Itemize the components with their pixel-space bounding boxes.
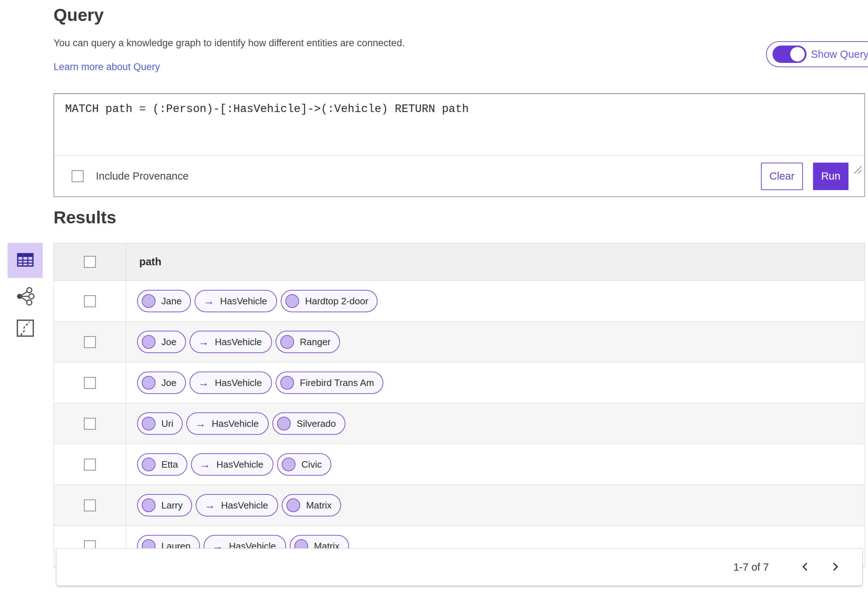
link-chart-view-icon	[15, 286, 35, 308]
entity-label: Joe	[161, 336, 177, 348]
entity-pill[interactable]: Jane	[137, 290, 191, 312]
arrow-icon: →	[203, 296, 214, 306]
run-button[interactable]: Run	[813, 163, 849, 190]
include-provenance-label: Include Provenance	[96, 170, 189, 182]
node-icon	[286, 498, 300, 512]
toggle-switch-icon[interactable]	[772, 46, 806, 63]
clear-button[interactable]: Clear	[761, 163, 803, 190]
node-icon	[142, 458, 155, 471]
query-textarea[interactable]: MATCH path = (:Person)-[:HasVehicle]->(:…	[54, 94, 864, 156]
table-row: Uri →HasVehicle Silverado	[54, 404, 865, 444]
table-row: Joe →HasVehicle Ranger	[54, 322, 865, 362]
show-query-label: Show Query	[811, 49, 868, 60]
relationship-label: HasVehicle	[216, 459, 263, 470]
link-chart-view-button[interactable]	[7, 284, 43, 310]
learn-more-link[interactable]: Learn more about Query	[53, 62, 160, 73]
previous-page-button[interactable]	[797, 559, 813, 575]
node-icon	[282, 458, 295, 471]
relationship-pill[interactable]: →HasVehicle	[189, 331, 272, 353]
include-provenance-checkbox[interactable]	[72, 170, 84, 182]
table-row: Joe →HasVehicle Firebird Trans Am	[54, 362, 865, 404]
entity-pill[interactable]: Hardtop 2-door	[280, 290, 378, 312]
map-view-button[interactable]	[7, 316, 43, 342]
entity-pill[interactable]: Larry	[137, 494, 192, 517]
entity-pill[interactable]: Uri	[137, 412, 183, 435]
relationship-pill[interactable]: →HasVehicle	[195, 290, 277, 312]
arrow-icon: →	[195, 418, 206, 429]
entity-pill[interactable]: Firebird Trans Am	[276, 371, 383, 394]
pagination-bar: 1-7 of 7	[56, 548, 862, 586]
next-page-button[interactable]	[828, 559, 843, 575]
entity-pill[interactable]: Matrix	[282, 494, 341, 517]
node-icon	[142, 335, 155, 349]
node-icon	[277, 417, 291, 430]
header-checkbox-cell	[54, 243, 126, 280]
page-description: You can query a knowledge graph to ident…	[53, 38, 405, 49]
row-checkbox[interactable]	[84, 295, 96, 307]
map-view-icon	[16, 318, 35, 339]
select-all-checkbox[interactable]	[84, 256, 96, 268]
entity-label: Larry	[161, 500, 183, 511]
entity-pill[interactable]: Joe	[137, 331, 186, 353]
entity-pill[interactable]: Civic	[277, 453, 331, 476]
entity-label: Hardtop 2-door	[305, 296, 368, 307]
page-title: Query	[53, 5, 104, 25]
table-row: Etta →HasVehicle Civic	[54, 444, 865, 485]
arrow-icon: →	[198, 377, 209, 388]
entity-pill[interactable]: Etta	[137, 453, 187, 476]
show-query-toggle[interactable]: Show Query	[766, 41, 868, 67]
row-checkbox[interactable]	[84, 459, 96, 471]
column-header-path: path	[139, 256, 161, 268]
entity-label: Silverado	[297, 418, 336, 429]
table-header-row: path	[54, 243, 865, 281]
relationship-label: HasVehicle	[215, 336, 262, 348]
relationship-label: HasVehicle	[221, 500, 268, 511]
header-path-cell: path	[126, 243, 865, 280]
pagination-range-label: 1-7 of 7	[734, 561, 769, 573]
node-icon	[142, 376, 155, 390]
view-switcher	[7, 243, 43, 342]
table-view-icon	[16, 250, 35, 271]
results-heading: Results	[53, 208, 116, 227]
entity-label: Firebird Trans Am	[300, 377, 374, 389]
row-checkbox[interactable]	[84, 418, 96, 430]
node-icon	[285, 294, 299, 308]
node-icon	[142, 417, 155, 430]
arrow-icon: →	[200, 459, 211, 470]
relationship-label: HasVehicle	[211, 418, 258, 429]
entity-label: Etta	[161, 459, 178, 470]
table-row: Jane →HasVehicle Hardtop 2-door	[54, 281, 865, 322]
node-icon	[142, 294, 155, 308]
entity-label: Jane	[161, 296, 182, 307]
entity-label: Ranger	[300, 336, 331, 348]
node-icon	[280, 335, 294, 349]
entity-label: Uri	[161, 418, 173, 429]
relationship-pill[interactable]: →HasVehicle	[189, 371, 272, 394]
entity-pill[interactable]: Joe	[137, 371, 186, 394]
relationship-pill[interactable]: →HasVehicle	[196, 494, 278, 517]
row-checkbox[interactable]	[84, 499, 96, 511]
entity-label: Matrix	[306, 500, 332, 511]
node-icon	[280, 376, 294, 390]
query-panel: MATCH path = (:Person)-[:HasVehicle]->(:…	[53, 93, 865, 197]
query-page: Query You can query a knowledge graph to…	[0, 0, 868, 592]
relationship-pill[interactable]: →HasVehicle	[191, 453, 273, 476]
table-row: Larry →HasVehicle Matrix	[54, 485, 865, 526]
relationship-pill[interactable]: →HasVehicle	[186, 412, 269, 435]
query-footer: Include Provenance Clear Run	[54, 156, 864, 196]
entity-label: Joe	[161, 377, 177, 389]
node-icon	[142, 498, 155, 512]
entity-label: Civic	[301, 459, 322, 470]
toggle-knob	[790, 47, 805, 62]
entity-pill[interactable]: Ranger	[276, 331, 340, 353]
results-table: path Jane →HasVehicle Hardtop 2-door Joe…	[53, 243, 865, 567]
row-checkbox[interactable]	[84, 377, 96, 389]
relationship-label: HasVehicle	[220, 296, 267, 307]
relationship-label: HasVehicle	[215, 377, 262, 389]
row-checkbox[interactable]	[84, 336, 96, 348]
arrow-icon: →	[198, 336, 209, 347]
arrow-icon: →	[204, 500, 215, 511]
chevron-right-icon	[830, 561, 841, 573]
table-view-button[interactable]	[7, 243, 43, 278]
entity-pill[interactable]: Silverado	[272, 412, 345, 435]
